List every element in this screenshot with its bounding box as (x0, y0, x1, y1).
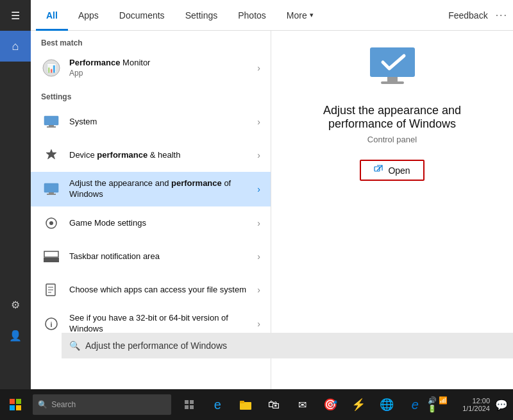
file-explorer-button[interactable] (233, 392, 258, 417)
chrome-button[interactable]: 🌐 (374, 392, 399, 417)
task-view-button[interactable] (176, 392, 202, 417)
tab-all[interactable]: All (36, 0, 68, 31)
svg-rect-11 (44, 251, 58, 257)
hamburger-icon: ☰ (11, 10, 20, 22)
svg-rect-25 (10, 405, 15, 410)
svg-rect-6 (49, 192, 54, 194)
file-system-arrow: › (257, 285, 260, 295)
performance-monitor-arrow: › (257, 63, 260, 73)
system-text: System (69, 117, 257, 128)
start-button[interactable] (0, 389, 30, 420)
svg-rect-18 (370, 47, 415, 77)
search-panel: All Apps Documents Settings Photos More … (31, 0, 513, 389)
taskbar-icon (41, 246, 62, 267)
svg-rect-5 (44, 183, 58, 192)
detail-icon (367, 46, 418, 94)
search-bar[interactable]: 🔍 Adjust the performance of Windows (62, 333, 513, 358)
device-performance-text: Device performance & health (69, 150, 257, 161)
notification-center[interactable]: 💬 (495, 399, 508, 411)
edge-button[interactable]: e (205, 392, 230, 417)
open-button[interactable]: Open (360, 160, 424, 181)
taskbar-right: 🔊 📶 🔋 12:001/1/2024 💬 (428, 396, 513, 413)
svg-rect-23 (10, 399, 15, 404)
taskbar-search-icon: 🔍 (38, 400, 47, 409)
list-item-file-system[interactable]: Choose which apps can access your file s… (31, 273, 271, 307)
svg-rect-29 (185, 405, 189, 409)
taskbar-icons: e 🛍 ✉ 🎯 ⚡ 🌐 e (176, 392, 428, 417)
svg-rect-30 (190, 405, 194, 409)
game-mode-text: Game Mode settings (69, 218, 257, 229)
settings-sidebar-button[interactable]: ⚙ (0, 289, 31, 320)
list-item-taskbar[interactable]: Taskbar notification area › (31, 240, 271, 273)
svg-rect-28 (190, 400, 194, 404)
mail-button[interactable]: ✉ (289, 392, 315, 417)
open-external-icon (374, 165, 383, 176)
app7-button[interactable]: ⚡ (346, 392, 371, 417)
file-system-icon (41, 280, 62, 300)
svg-rect-20 (381, 81, 404, 84)
list-item-adjust-appearance[interactable]: Adjust the appearance and performance of… (31, 172, 271, 206)
svg-rect-24 (16, 399, 21, 404)
taskbar-search[interactable]: 🔍 Search (33, 394, 171, 415)
hamburger-menu[interactable]: ☰ (0, 0, 31, 31)
svg-rect-19 (387, 77, 398, 81)
svg-point-9 (49, 221, 53, 225)
svg-text:i: i (50, 321, 52, 328)
file-system-text: Choose which apps can access your file s… (69, 285, 257, 296)
sidebar: ☰ ⌂ ⚙ 👤 (0, 0, 31, 389)
settings-icon: ⚙ (11, 299, 20, 311)
adjust-appearance-arrow: › (257, 184, 260, 194)
device-performance-arrow: › (257, 150, 260, 160)
search-icon: 🔍 (69, 340, 80, 351)
svg-rect-27 (185, 400, 189, 404)
system-tray: 🔊 📶 🔋 (428, 396, 457, 413)
detail-subtitle: Control panel (367, 135, 417, 144)
list-item-device-performance[interactable]: Device performance & health › (31, 139, 271, 172)
best-match-label: Best match (31, 31, 271, 51)
more-options-button[interactable]: ··· (496, 10, 508, 21)
user-icon: 👤 (9, 330, 22, 342)
svg-rect-7 (47, 194, 56, 195)
taskbar: 🔍 Search e 🛍 ✉ 🎯 ⚡ 🌐 e 🔊 📶 🔋 1 (0, 389, 513, 420)
performance-monitor-icon: 📊 (41, 58, 62, 78)
clock: 12:001/1/2024 (462, 397, 490, 412)
taskbar-search-placeholder: Search (51, 400, 76, 409)
svg-text:📊: 📊 (46, 63, 57, 74)
taskbar-text: Taskbar notification area (69, 251, 257, 262)
open-button-label: Open (388, 165, 410, 176)
user-sidebar-button[interactable]: 👤 (0, 320, 31, 351)
taskbar-arrow: › (257, 251, 260, 262)
settings-label: Settings (31, 85, 271, 105)
svg-rect-33 (240, 401, 244, 403)
feedback-button[interactable]: Feedback (448, 10, 487, 21)
svg-rect-3 (49, 125, 54, 126)
edge2-button[interactable]: e (402, 392, 428, 417)
system-arrow: › (257, 117, 260, 127)
tab-settings[interactable]: Settings (175, 0, 228, 31)
list-item-performance-monitor[interactable]: 📊 Performance Monitor App › (31, 51, 271, 85)
adjust-appearance-text: Adjust the appearance and performance of… (69, 178, 257, 200)
tab-apps[interactable]: Apps (68, 0, 109, 31)
device-performance-icon (41, 145, 62, 165)
svg-rect-4 (47, 126, 56, 128)
detail-title: Adjust the appearance and performance of… (292, 104, 492, 131)
bit-version-text: See if you have a 32-bit or 64-bit versi… (69, 313, 257, 335)
system-icon (41, 112, 62, 132)
svg-rect-26 (16, 405, 21, 410)
tab-documents[interactable]: Documents (109, 0, 175, 31)
game-mode-arrow: › (257, 218, 260, 228)
store-button[interactable]: 🛍 (261, 392, 287, 417)
game-mode-icon (41, 213, 62, 233)
bit-version-arrow: › (257, 319, 260, 329)
list-item-game-mode[interactable]: Game Mode settings › (31, 206, 271, 240)
performance-monitor-text: Performance Monitor App (69, 58, 257, 78)
list-item-system[interactable]: System › (31, 105, 271, 139)
chevron-down-icon: ▾ (310, 11, 314, 19)
app6-button[interactable]: 🎯 (317, 392, 343, 417)
nav-tabs: All Apps Documents Settings Photos More … (31, 0, 513, 31)
home-button[interactable]: ⌂ (0, 31, 31, 62)
tab-photos[interactable]: Photos (228, 0, 276, 31)
tab-more[interactable]: More ▾ (276, 0, 324, 31)
home-icon: ⌂ (12, 40, 19, 53)
search-bar-text: Adjust the performance of Windows (85, 340, 227, 351)
